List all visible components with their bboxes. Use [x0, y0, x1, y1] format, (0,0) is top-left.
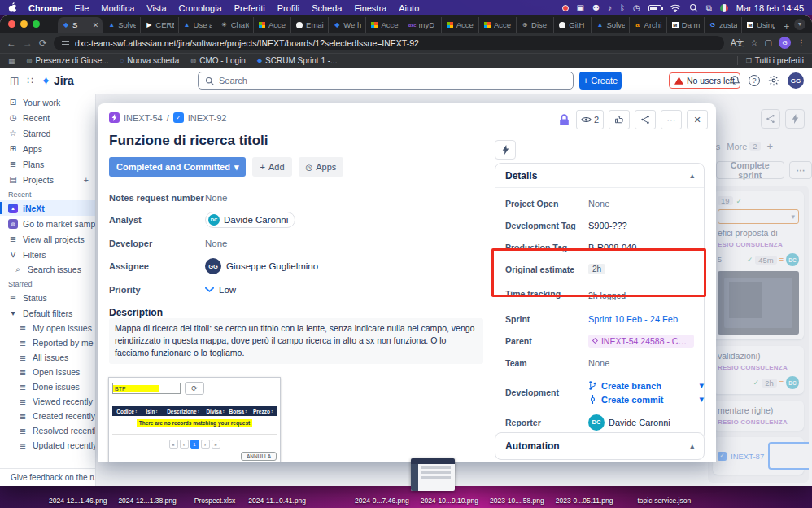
browser-tab[interactable]: ✳ChatG	[216, 17, 253, 33]
bluetooth-icon[interactable]: ᛒ	[620, 3, 625, 12]
browser-tab[interactable]: ◆We h	[328, 17, 365, 33]
browser-tab[interactable]: Email	[290, 17, 328, 33]
browser-tab[interactable]: Acce	[253, 17, 290, 33]
bookmark-item[interactable]: ◌Nuova scheda	[120, 56, 180, 65]
display-icon[interactable]: ▣	[577, 3, 584, 12]
browser-profile-avatar[interactable]: G	[779, 37, 791, 49]
desktop-file-label[interactable]: Prospect.xlsx	[194, 497, 236, 505]
details-value[interactable]: None	[588, 199, 694, 208]
description-text[interactable]: Mappa di ricerca dei titoli: se cerco un…	[109, 318, 483, 364]
field-value[interactable]: DCDavide Caronni	[205, 212, 295, 228]
tab-search-button[interactable]: ▾	[794, 19, 805, 30]
browser-menu-icon[interactable]: ⋮	[797, 38, 805, 47]
desktop-file-label[interactable]: 2023-0...05.11.png	[556, 497, 613, 505]
apps-grid-icon[interactable]: ▦	[8, 57, 15, 65]
menu-chrome[interactable]: Chrome	[28, 3, 63, 13]
breadcrumb-current-link[interactable]: INEXT-92	[188, 113, 227, 123]
sidebar-filter-my-open-issues[interactable]: ≣My open issues	[0, 321, 95, 335]
forward-button[interactable]: →	[23, 37, 33, 49]
sidebar-filter-created-recently[interactable]: ≣Created recently	[0, 409, 95, 423]
sidebar-filter-resolved-recently[interactable]: ≣Resolved recently	[0, 423, 95, 438]
address-bar[interactable]: dxc-team-swf.atlassian.net/jira/software…	[54, 36, 724, 50]
sidebar-item-plans[interactable]: ≣Plans	[0, 156, 95, 172]
sidebar-filter-all-issues[interactable]: ≣All issues	[0, 350, 95, 365]
details-value[interactable]: 2h logged	[588, 288, 694, 300]
translate-icon[interactable]: A文	[731, 37, 744, 49]
chevron-down-icon[interactable]: ▾	[699, 394, 704, 405]
desktop-file-thumbnail[interactable]	[411, 458, 455, 491]
details-value[interactable]: None	[588, 358, 694, 368]
field-value[interactable]: Low	[205, 285, 236, 295]
details-value[interactable]: Sprint 10 Feb - 24 Feb	[588, 314, 694, 324]
browser-tab[interactable]: MUsing	[741, 17, 779, 33]
breadcrumb-parent-link[interactable]: INEXT-54	[124, 113, 163, 123]
status-dropdown[interactable]: Completed and Committed▾	[109, 157, 246, 177]
sidebar-item-your-work[interactable]: ⊡Your work	[0, 94, 95, 110]
menu-cronologia[interactable]: Cronologia	[179, 3, 222, 13]
reload-button[interactable]: ⟳	[39, 37, 47, 49]
all-bookmarks-folder[interactable]: ❒ Tutti i preferiti	[737, 56, 804, 65]
details-value[interactable]: B-R008-040	[588, 243, 694, 252]
watchers-button[interactable]: 2	[576, 110, 604, 129]
automation-panel[interactable]: Automation ▴	[495, 432, 705, 460]
time-tracking[interactable]: 2h logged	[588, 288, 626, 300]
menu-modifica[interactable]: Modifica	[101, 3, 134, 13]
sidebar-item-default-filters[interactable]: ▾Default filters	[0, 305, 95, 321]
add-project-icon[interactable]: +	[84, 175, 89, 185]
desktop-file-label[interactable]: 2024-12...1.46.png	[49, 497, 107, 505]
browser-tab[interactable]: ▲Solve	[591, 17, 628, 33]
field-value[interactable]: GGGiuseppe Guglielmino	[205, 258, 318, 274]
audio-icon[interactable]: ♪	[608, 3, 612, 12]
sidebar-project-go-to-market-sample[interactable]: ◍Go to market sample	[0, 216, 95, 231]
browser-tab[interactable]: dxcmyD	[404, 17, 441, 33]
sidebar-project-view-all-projects[interactable]: ≣View all projects	[0, 231, 95, 247]
menu-file[interactable]: File	[75, 3, 89, 13]
sidebar-project-inext[interactable]: ▲iNeXt	[0, 200, 95, 216]
create-branch-link[interactable]: Create branch▾	[588, 380, 704, 391]
sprint-link[interactable]: Sprint 10 Feb - 24 Feb	[588, 314, 678, 324]
bookmark-item[interactable]: ◆SCRUM Sprint 1 -...	[257, 56, 338, 65]
menu-profili[interactable]: Profili	[277, 3, 300, 13]
sidebar-filter-done-issues[interactable]: ≣Done issues	[0, 379, 95, 394]
time-machine-icon[interactable]: ◷	[633, 3, 640, 12]
bookmark-item[interactable]: ◍CMO - Login	[190, 56, 246, 65]
lock-icon[interactable]	[557, 113, 571, 127]
control-center-icon[interactable]: ⧉	[706, 3, 712, 13]
sidebar-item-apps[interactable]: ⊞Apps	[0, 141, 95, 156]
desktop-file-label[interactable]: 2024-0...7.46.png	[355, 497, 409, 505]
automation-quick-button[interactable]	[495, 140, 516, 160]
create-commit-link[interactable]: Create commit▾	[588, 394, 704, 405]
description-attachment-image[interactable]: BTP ⟳ Codice↕Isin↕Descrizione↕Divisa↕Bor…	[108, 377, 281, 462]
close-tab-icon[interactable]: ✕	[93, 21, 99, 29]
language-flag-icon[interactable]	[720, 4, 728, 12]
sidebar-filter-viewed-recently[interactable]: ≣Viewed recently	[0, 394, 95, 409]
notifications-bell-icon[interactable]	[729, 75, 740, 86]
browser-tab[interactable]: Gzusta	[704, 17, 741, 33]
sidebar-filter-updated-recently[interactable]: ≣Updated recently	[0, 438, 95, 453]
browser-tab[interactable]: ▲Solve	[103, 17, 140, 33]
desktop-file-label[interactable]: 2024-11...0.41.png	[248, 497, 306, 505]
sidebar-toggle-icon[interactable]: ◫	[10, 75, 19, 86]
close-modal-button[interactable]: ✕	[687, 110, 708, 129]
desktop-file-label[interactable]: topic-service.json	[637, 497, 691, 505]
sidebar-item-filters[interactable]: ∇Filters	[0, 247, 95, 262]
screen-record-icon[interactable]	[562, 5, 569, 11]
browser-tab[interactable]: Acce	[441, 17, 478, 33]
sidebar-filter-open-issues[interactable]: ≣Open issues	[0, 365, 95, 379]
share-button[interactable]	[635, 110, 656, 129]
field-value[interactable]: None	[205, 193, 228, 203]
close-window-button[interactable]	[8, 20, 15, 28]
sidebar-item-recent[interactable]: ◷Recent	[0, 110, 95, 125]
menu-scheda[interactable]: Scheda	[312, 3, 342, 13]
app-switcher-icon[interactable]: ∷	[27, 75, 33, 86]
menu-finestra[interactable]: Finestra	[354, 3, 386, 13]
jira-logo[interactable]: ✦Jira	[41, 74, 74, 87]
browser-tab[interactable]: ▲Use a	[178, 17, 216, 33]
browser-tab[interactable]: Acce	[365, 17, 403, 33]
bookmark-star-icon[interactable]: ☆	[751, 38, 758, 47]
menu-aiuto[interactable]: Aiuto	[399, 3, 419, 13]
zoom-window-button[interactable]	[33, 20, 40, 28]
field-value[interactable]: None	[205, 239, 228, 248]
more-actions-button[interactable]: ⋯	[661, 110, 682, 129]
browser-tab[interactable]: aArchi	[629, 17, 666, 33]
